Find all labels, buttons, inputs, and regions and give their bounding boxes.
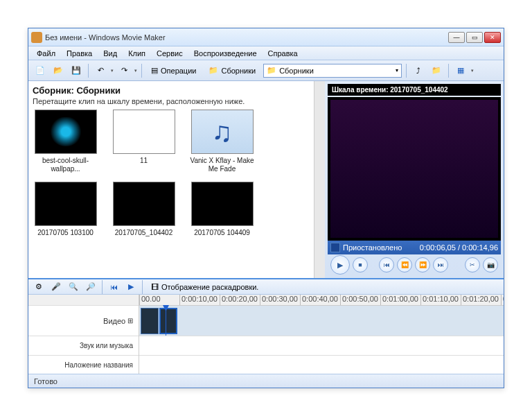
collection-header: Сборник: Сборники [33,85,321,96]
clip-item[interactable]: 20170705_104402 [111,182,177,237]
menu-file[interactable]: Файл [31,48,61,59]
timeline-props-icon[interactable]: ⚙ [31,279,46,295]
save-button-icon[interactable]: 💾 [69,63,84,78]
zoom-out-icon[interactable]: 🔎 [83,279,98,295]
clip-thumbnail [113,110,175,154]
track-label-video: Видео ⊞ [28,306,139,336]
minimize-button[interactable]: — [448,32,465,43]
preview-controls: ▶ ■ ⏮ ⏪ ⏩ ⏭ ✂ 📷 [328,254,501,275]
stop-button[interactable]: ■ [353,257,368,272]
upper-panel: Сборник: Сборники Перетащите клип на шка… [28,81,504,278]
operations-button[interactable]: ▤Операции [146,63,201,78]
timeline-content[interactable]: 00.000:00:10,000:00:20,000:00:30,000:00:… [139,295,504,374]
playhead[interactable] [166,306,166,336]
play-timeline-icon[interactable]: ▶ [123,279,139,295]
prev-clip-button[interactable]: ⏮ [379,257,394,272]
tasks-icon: ▤ [151,66,158,75]
collections-panel: Сборник: Сборники Перетащите клип на шка… [28,81,325,278]
app-window: Без имени - Windows Movie Maker — ▭ ✕ Фа… [28,28,504,388]
title-track[interactable] [139,356,504,374]
track-label-audio: Звук или музыка [28,336,139,356]
menu-edit[interactable]: Правка [61,48,98,59]
vertical-scrollbar[interactable] [314,81,325,278]
clip-item[interactable]: 20170705 104409 [189,182,255,237]
preview-header: Шкала времени: 20170705_104402 [328,84,501,96]
track-labels: Видео ⊞ Звук или музыка Наложение назван… [28,295,139,374]
collection-combo[interactable]: 📁 Сборники ▾ [263,64,402,78]
window-title: Без имени - Windows Movie Maker [45,33,448,42]
status-text: Готово [34,377,57,385]
timeline-panel: ⚙ 🎤 🔍 🔎 ⏮ ▶ 🎞Отображение раскадровки. Ви… [28,278,504,374]
next-clip-button[interactable]: ⏭ [433,257,448,272]
timeline-ruler[interactable]: 00.000:00:10,000:00:20,000:00:30,000:00:… [139,295,504,306]
timeline-clip[interactable] [141,308,159,334]
snapshot-button[interactable]: 📷 [483,257,498,272]
folder-icon: 📁 [267,66,276,75]
close-button[interactable]: ✕ [484,32,501,43]
forward-button[interactable]: ⏩ [415,257,430,272]
maximize-button[interactable]: ▭ [466,32,483,43]
timeline-clip-selected[interactable] [159,308,177,334]
collections-button[interactable]: 📁Сборники [204,63,260,78]
ruler-spacer [28,295,139,306]
clip-item[interactable]: best-cool-skull-wallpap... [33,110,98,173]
preview-video[interactable] [328,97,501,241]
play-button[interactable]: ▶ [330,255,350,275]
statusbar: Готово [28,374,504,388]
playback-time: 0:00:06,05 / 0:00:14,96 [420,243,498,252]
clip-thumbnail [191,182,254,226]
zoom-in-icon[interactable]: 🔍 [66,279,81,295]
clip-item[interactable]: Vanic X Kflay - Make Me Fade [189,110,255,173]
timeline-toolbar: ⚙ 🎤 🔍 🔎 ⏮ ▶ 🎞Отображение раскадровки. [28,279,504,295]
clip-thumbnail [35,182,97,226]
timeline-body: Видео ⊞ Звук или музыка Наложение назван… [28,295,504,374]
audio-levels-icon[interactable]: 🎤 [48,279,64,295]
status-icon [330,243,340,252]
chevron-down-icon: ▾ [396,67,398,73]
up-folder-icon[interactable]: ⤴ [411,63,426,78]
storyboard-icon: 🎞 [151,283,159,291]
view-mode-icon[interactable]: ▦ [453,63,468,78]
clip-item[interactable]: 20170705 103100 [33,182,98,237]
app-icon [31,32,42,43]
menu-play[interactable]: Воспроизведение [188,48,263,59]
split-button[interactable]: ✂ [465,257,480,272]
clip-item[interactable]: 11 [111,110,177,173]
titlebar[interactable]: Без имени - Windows Movie Maker — ▭ ✕ [28,28,504,46]
menu-view[interactable]: Вид [98,48,123,59]
toolbar: 📄 📂 💾 ↶▾ ↷▾ ▤Операции 📁Сборники 📁 Сборни… [28,60,504,81]
clip-thumbnail [35,110,97,154]
menubar: Файл Правка Вид Клип Сервис Воспроизведе… [28,46,504,60]
track-label-title: Наложение названия [28,356,139,374]
menu-service[interactable]: Сервис [151,48,188,59]
menu-help[interactable]: Справка [263,48,303,59]
preview-panel: Шкала времени: 20170705_104402 Приостано… [325,81,504,278]
preview-status-bar: Приостановлено 0:00:06,05 / 0:00:14,96 [328,241,501,254]
thumbnail-grid: best-cool-skull-wallpap... 11 Vanic X Kf… [33,110,321,237]
combo-label: Сборники [279,67,314,75]
clip-thumbnail [191,110,254,154]
open-button-icon[interactable]: 📂 [51,63,66,78]
rewind-timeline-icon[interactable]: ⏮ [106,279,121,295]
video-track[interactable] [139,306,504,336]
audio-track[interactable] [139,336,504,356]
menu-clip[interactable]: Клип [123,48,151,59]
clip-thumbnail [113,182,175,226]
folder-icon: 📁 [209,66,218,75]
playback-status: Приостановлено [343,243,402,252]
collection-hint: Перетащите клип на шкалу времени, распол… [33,97,321,105]
storyboard-toggle[interactable]: 🎞Отображение раскадровки. [146,279,263,295]
undo-button-icon[interactable]: ↶ [93,63,108,78]
new-button-icon[interactable]: 📄 [33,63,48,78]
redo-button-icon[interactable]: ↷ [116,63,132,78]
new-folder-icon[interactable]: 📁 [429,63,444,78]
main-body: Сборник: Сборники Перетащите клип на шка… [28,81,504,374]
rewind-button[interactable]: ⏪ [397,257,412,272]
